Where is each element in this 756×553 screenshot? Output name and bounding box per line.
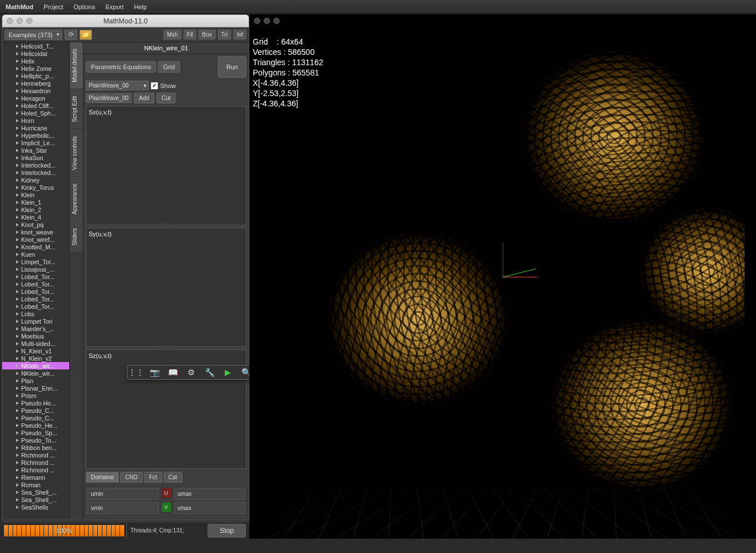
sidebar-item[interactable]: Knotted_M... <box>2 243 69 250</box>
example-tree[interactable]: Helicoid_T...HelicoidalHelixHelix ZomeHe… <box>2 42 70 520</box>
sidebar-item[interactable]: Lobed_Tor... <box>2 280 69 288</box>
sidebar-item[interactable]: Helicoid_T... <box>2 42 69 50</box>
camera-icon[interactable]: 📷 <box>149 367 160 377</box>
sidebar-item[interactable]: Kidney <box>2 176 69 184</box>
component-name-input[interactable]: PlainWeave_00 <box>86 93 132 103</box>
folder-icon[interactable]: 📁 <box>79 30 92 40</box>
sidebar-item[interactable]: Pseudo_C... <box>2 407 69 414</box>
sidebar-item[interactable]: NKlein_wir... <box>2 362 69 369</box>
wrench-icon[interactable]: 🔧 <box>204 367 214 377</box>
sidebar-item[interactable]: Klein <box>2 191 69 198</box>
vtab-view-controls[interactable]: View controls <box>70 130 83 176</box>
btab-cnd[interactable]: CND <box>120 472 143 483</box>
sidebar-item[interactable]: Lobed_Tor... <box>2 303 69 310</box>
book-icon[interactable]: 📖 <box>168 367 178 377</box>
vtab-appearance[interactable]: Appearance <box>70 177 83 221</box>
sidebar-item[interactable]: Hyperbolic... <box>2 132 69 139</box>
traffic-min[interactable] <box>264 18 270 24</box>
btn-box[interactable]: Box <box>198 30 215 39</box>
sy-editor[interactable]: Sy(u,v,t)...... <box>86 228 246 347</box>
sidebar-item[interactable]: Multi-sided... <box>2 340 69 347</box>
sidebar-item[interactable]: Interlocked... <box>2 161 69 169</box>
sidebar-item[interactable]: knot_weave <box>2 228 69 236</box>
sidebar-item[interactable]: Pseudo_To... <box>2 436 69 444</box>
sidebar-item[interactable]: Klein_2 <box>2 206 69 213</box>
menu-project[interactable]: Project <box>43 3 63 10</box>
show-checkbox[interactable]: ✓ <box>151 82 158 89</box>
sidebar-item[interactable]: Knot_wiref... <box>2 236 69 243</box>
run-button[interactable]: Run <box>218 56 246 78</box>
sidebar-item[interactable]: Klein_1 <box>2 198 69 206</box>
sidebar-item[interactable]: Planar_Enn... <box>2 384 69 392</box>
sidebar-item[interactable]: Riemann <box>2 474 69 481</box>
cut-button[interactable]: Cut <box>157 93 176 104</box>
sidebar-item[interactable]: Pseudo_Sp... <box>2 429 69 436</box>
3d-viewport[interactable]: Grid : 64x64 Vertices : 586500 Triangles… <box>249 14 756 539</box>
gear-icon[interactable]: ⚙ <box>186 367 196 377</box>
vmax-input[interactable]: vmax <box>174 502 246 514</box>
sidebar-item[interactable]: Kuen <box>2 250 69 258</box>
add-button[interactable]: Add <box>134 93 154 104</box>
sidebar-item[interactable]: Pseudo Ho... <box>2 399 69 407</box>
sidebar-item[interactable]: Richmond ... <box>2 459 69 466</box>
u-badge[interactable]: U <box>161 488 172 498</box>
sidebar-item[interactable]: Plan <box>2 377 69 384</box>
tab-parametric[interactable]: Parametric Equations <box>86 61 156 73</box>
sidebar-item[interactable]: Sea_Shell_... <box>2 496 69 503</box>
play-icon[interactable]: ▶ <box>222 367 233 377</box>
sidebar-item[interactable]: NKlein_wir... <box>2 369 69 377</box>
sidebar-item[interactable]: Lissajous_... <box>2 265 69 273</box>
sidebar-item[interactable]: Lobed_Tor... <box>2 288 69 295</box>
sidebar-item[interactable]: Kinky_Torus <box>2 184 69 191</box>
sidebar-item[interactable]: Interlocked... <box>2 169 69 176</box>
vtab-script-edit[interactable]: Script Edit <box>70 90 83 129</box>
sidebar-item[interactable]: Richmond ... <box>2 451 69 459</box>
sidebar-item[interactable]: Prism <box>2 392 69 399</box>
sidebar-item[interactable]: Ribbon ben... <box>2 444 69 451</box>
sidebar-item[interactable]: Moebius <box>2 332 69 340</box>
sidebar-item[interactable]: Horn <box>2 117 69 124</box>
sidebar-item[interactable]: Lobed_Tor... <box>2 273 69 280</box>
sidebar-item[interactable]: Pseudo_He... <box>2 421 69 429</box>
btab-cst[interactable]: Cst <box>164 472 182 483</box>
sx-editor[interactable]: Sx(u,v,t)...... <box>86 106 246 225</box>
btab-domaine[interactable]: Domaine <box>86 472 119 483</box>
sidebar-item[interactable]: Inka_Star <box>2 146 69 154</box>
umax-input[interactable]: umax <box>174 488 246 500</box>
btn-msh[interactable]: Msh <box>164 30 181 39</box>
sidebar-item[interactable]: SeaShells <box>2 503 69 511</box>
btn-fil[interactable]: Fil <box>184 30 197 39</box>
sidebar-item[interactable]: Helliptic_p... <box>2 72 69 79</box>
sidebar-item[interactable]: InkaSun <box>2 154 69 161</box>
btn-tri[interactable]: Tri <box>218 30 231 39</box>
traffic-max[interactable] <box>273 18 280 24</box>
sidebar-item[interactable]: N_Klein_v2 <box>2 355 69 362</box>
component-select[interactable]: PlainWeave_00 <box>86 81 149 90</box>
grip-icon[interactable]: ⋮⋮ <box>131 367 141 377</box>
sidebar-item[interactable]: Hurricane <box>2 124 69 132</box>
sidebar-item[interactable]: Limpet_Tor... <box>2 258 69 265</box>
sidebar-item[interactable]: Hexaedron <box>2 87 69 94</box>
sidebar-item[interactable]: Henneberg <box>2 79 69 87</box>
sidebar-item[interactable]: Klein_4 <box>2 213 69 221</box>
sidebar-item[interactable]: Lobs <box>2 310 69 317</box>
vtab-sliders[interactable]: Sliders <box>70 222 83 252</box>
sidebar-item[interactable]: N_Klein_v1 <box>2 347 69 355</box>
sidebar-item[interactable]: Holed Cliff... <box>2 102 69 109</box>
sidebar-item[interactable]: Helicoidal <box>2 50 69 57</box>
sidebar-item[interactable]: Helix <box>2 57 69 65</box>
sidebar-item[interactable]: Implicit_Le... <box>2 139 69 146</box>
examples-dropdown[interactable]: Examples (373) <box>5 30 62 40</box>
v-badge[interactable]: V <box>161 502 172 512</box>
tab-grid[interactable]: Grid <box>158 61 180 73</box>
menu-export[interactable]: Export <box>105 3 124 10</box>
sidebar-item[interactable]: Richmond ... <box>2 466 69 474</box>
traffic-close[interactable] <box>254 18 260 24</box>
sidebar-item[interactable]: Sea_Shell_... <box>2 488 69 496</box>
sidebar-item[interactable]: Maeder's_... <box>2 325 69 332</box>
menu-options[interactable]: Options <box>74 3 96 10</box>
sidebar-item[interactable]: Lobed_Tor... <box>2 295 69 303</box>
sidebar-item[interactable]: Pseudo_C... <box>2 414 69 421</box>
btn-inf[interactable]: Inf <box>233 30 246 39</box>
menu-help[interactable]: Help <box>134 3 147 10</box>
